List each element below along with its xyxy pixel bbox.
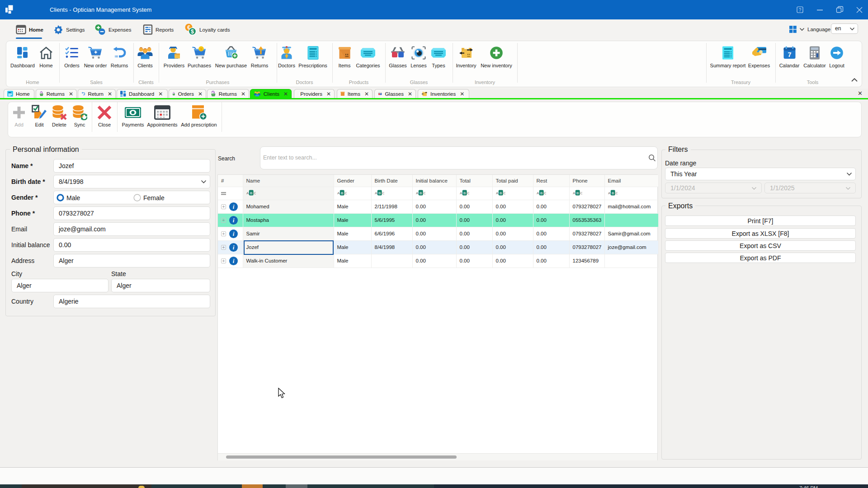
svg-text:C: C (423, 191, 425, 195)
svg-text:A: A (573, 191, 576, 195)
svg-text:C: C (580, 191, 582, 195)
svg-text:B: B (250, 191, 252, 195)
svg-text:C: C (544, 191, 546, 195)
svg-text:$: $ (191, 28, 194, 35)
svg-text:A: A (337, 191, 340, 195)
svg-text:C: C (467, 191, 469, 195)
svg-text:C: C (503, 191, 505, 195)
svg-text:B: B (540, 191, 542, 195)
svg-text:?: ? (799, 8, 802, 13)
svg-text:C: C (382, 191, 384, 195)
svg-text:A: A (608, 191, 611, 195)
svg-text:5: 5 (200, 47, 202, 52)
svg-text:B: B (500, 191, 502, 195)
svg-text:7: 7 (788, 51, 791, 58)
svg-text:A: A (375, 191, 377, 195)
svg-text:A: A (537, 191, 539, 195)
svg-text:B: B (378, 191, 381, 195)
svg-text:B: B (612, 191, 614, 195)
svg-text:C: C (615, 191, 617, 195)
svg-text:B: B (341, 191, 343, 195)
svg-text:B: B (420, 191, 422, 195)
svg-text:B: B (463, 191, 466, 195)
svg-text:C: C (344, 191, 346, 195)
svg-text:A: A (246, 191, 249, 195)
svg-text:C: C (254, 191, 255, 195)
svg-text:A: A (496, 191, 499, 195)
svg-text:B: B (576, 191, 579, 195)
svg-text:A: A (460, 191, 462, 195)
svg-text:A: A (416, 191, 419, 195)
